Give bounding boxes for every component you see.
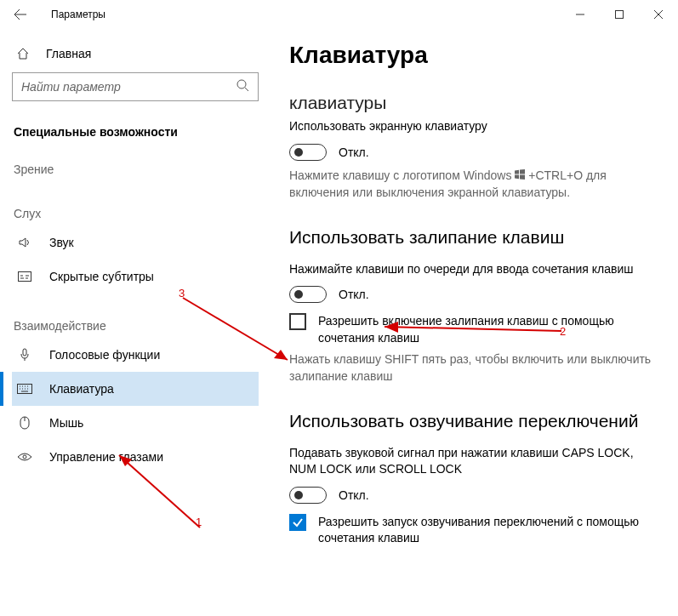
nav-eye[interactable]: Управление глазами	[12, 440, 259, 474]
arrow-left-icon	[14, 8, 27, 21]
nav-label: Звук	[49, 236, 74, 249]
sticky-shortcut-row: Разрешить включение залипания клавиш с п…	[289, 313, 654, 346]
svg-point-1	[237, 80, 246, 88]
nav-label: Мышь	[49, 416, 83, 430]
osk-toggle-row: Откл.	[289, 144, 654, 161]
captions-icon	[17, 271, 32, 282]
window-controls	[561, 0, 678, 28]
nav-label: Голосовые функции	[49, 348, 160, 362]
close-icon	[654, 10, 663, 19]
sticky-heading: Использовать залипание клавиш	[289, 227, 654, 248]
search-input[interactable]	[21, 80, 249, 94]
back-button[interactable]	[0, 0, 41, 28]
togglekeys-toggle-row: Откл.	[289, 487, 654, 504]
sticky-desc: Нажимайте клавиши по очереди для ввода с…	[289, 261, 654, 278]
togglekeys-desc: Подавать звуковой сигнал при нажатии кла…	[289, 445, 654, 478]
osk-hint: Нажмите клавишу с логотипом Windows +CTR…	[289, 168, 654, 202]
osk-toggle-label: Откл.	[339, 145, 369, 159]
osk-heading: Использовать устройство без обычной клав…	[289, 71, 654, 113]
nav-mouse[interactable]: Мышь	[12, 406, 259, 440]
svg-rect-0	[616, 10, 624, 18]
nav-label: Клавиатура	[49, 382, 114, 396]
search-box[interactable]	[12, 72, 259, 101]
mic-icon	[17, 348, 32, 362]
nav-sound[interactable]: Звук	[12, 225, 259, 260]
nav-home[interactable]: Главная	[12, 38, 259, 72]
windows-key-icon	[515, 168, 525, 185]
nav-voice[interactable]: Голосовые функции	[12, 338, 259, 372]
maximize-icon	[615, 10, 624, 19]
nav-label: Скрытые субтитры	[49, 270, 154, 283]
group-hearing: Слух	[12, 198, 259, 225]
group-interaction: Взаимодействие	[12, 311, 259, 338]
sticky-toggle[interactable]	[289, 286, 327, 303]
sidebar: Главная Специальные возможности Зрение С…	[0, 28, 271, 616]
sticky-toggle-label: Откл.	[339, 288, 369, 301]
close-button[interactable]	[639, 0, 678, 28]
osk-desc: Использовать экранную клавиатуру	[289, 118, 654, 135]
eye-icon	[17, 452, 32, 462]
section-header: Специальные возможности	[12, 120, 259, 145]
minimize-icon	[576, 10, 584, 19]
nav-captions[interactable]: Скрытые субтитры	[12, 260, 259, 294]
togglekeys-shortcut-checkbox[interactable]	[289, 514, 306, 531]
maximize-button[interactable]	[600, 0, 639, 28]
nav-keyboard[interactable]: Клавиатура	[12, 372, 259, 406]
nav-label: Управление глазами	[49, 450, 163, 464]
togglekeys-heading: Использовать озвучивание переключений	[289, 411, 654, 431]
window-title: Параметры	[51, 9, 105, 20]
sticky-hint: Нажать клавишу SHIFT пять раз, чтобы вкл…	[289, 351, 654, 385]
sound-icon	[17, 236, 32, 249]
nav-home-label: Главная	[46, 47, 91, 60]
togglekeys-toggle-label: Откл.	[339, 488, 369, 502]
osk-toggle[interactable]	[289, 144, 327, 161]
sticky-shortcut-checkbox[interactable]	[289, 313, 306, 330]
sticky-shortcut-label: Разрешить включение залипания клавиш с п…	[318, 313, 654, 346]
search-icon	[236, 78, 249, 95]
togglekeys-toggle[interactable]	[289, 487, 327, 504]
page-title: Клавиатура	[289, 42, 654, 69]
togglekeys-shortcut-label: Разрешить запуск озвучивания переключени…	[318, 514, 654, 547]
svg-point-6	[23, 455, 26, 459]
titlebar: Параметры	[0, 0, 678, 28]
minimize-button[interactable]	[561, 0, 600, 28]
sticky-toggle-row: Откл.	[289, 286, 654, 303]
keyboard-icon	[17, 384, 32, 394]
group-vision: Зрение	[12, 154, 259, 181]
content-pane: Клавиатура Использовать устройство без о…	[271, 28, 678, 616]
home-icon	[15, 47, 31, 60]
togglekeys-shortcut-row: Разрешить запуск озвучивания переключени…	[289, 514, 654, 547]
svg-rect-2	[19, 272, 31, 282]
mouse-icon	[17, 416, 32, 430]
svg-rect-3	[23, 349, 26, 356]
